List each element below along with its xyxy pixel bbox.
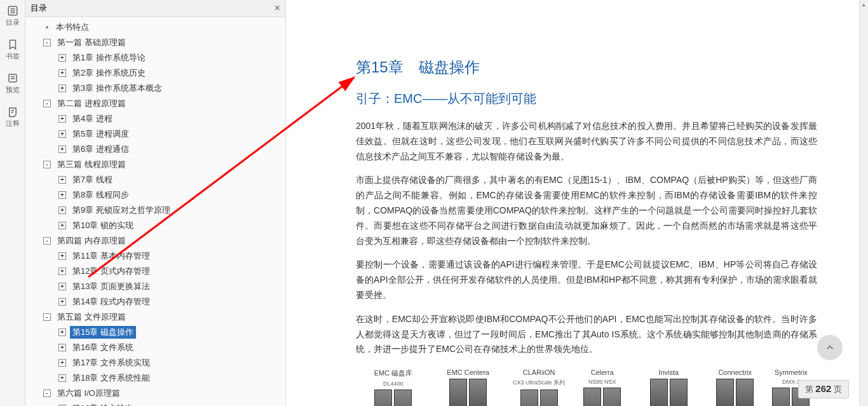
tree-node[interactable]: +第19章 输入输出 [33, 401, 285, 406]
tree-label[interactable]: 第10章 锁的实现 [70, 219, 136, 232]
tree-label[interactable]: 第11章 基本内存管理 [70, 250, 153, 262]
close-icon[interactable]: × [275, 3, 280, 14]
tree-node[interactable]: +第4章 进程 [33, 111, 285, 126]
tree-node[interactable]: +第18章 文件系统性能 [33, 370, 285, 386]
scroll-up-icon[interactable]: ▴ [861, 1, 867, 8]
tree-node[interactable]: +第7章 线程 [33, 172, 285, 187]
bookmark-tool[interactable]: 书签 [6, 39, 20, 61]
tree-node[interactable]: +第15章 磁盘操作 [33, 325, 285, 340]
tree-label[interactable]: 第3章 操作系统基本概念 [70, 82, 165, 95]
tree-label[interactable]: 第六篇 I/O原理篇 [55, 387, 123, 400]
expand-icon[interactable]: + [58, 267, 66, 275]
tree-label[interactable]: 第4章 进程 [70, 112, 115, 125]
collapse-icon[interactable]: - [43, 313, 51, 321]
paragraph: 要控制一个设备，需要通过该设备的API进行编程来管理。于是EMC公司就提议EMC… [356, 257, 817, 302]
expand-icon[interactable]: + [58, 176, 66, 184]
tree-node[interactable]: +第9章 死锁应对之哲学原理 [33, 203, 285, 218]
expand-icon[interactable]: + [58, 374, 66, 382]
content-area[interactable]: 第15章 磁盘操作 引子：EMC——从不可能到可能 2001年秋，随着互联网泡沫… [286, 0, 868, 406]
chapter-title: 第15章 磁盘操作 [356, 57, 817, 78]
tree-node[interactable]: -第二篇 进程原理篇 [33, 96, 285, 111]
tree-label[interactable]: 第14章 段式内存管理 [70, 295, 153, 308]
tree-node[interactable]: -第四篇 内存原理篇 [33, 233, 285, 248]
product-column: CelerraNS80 NSXNS40 AX150 [583, 369, 621, 406]
expand-icon[interactable]: + [58, 130, 66, 138]
tree-node[interactable]: -第三篇 线程原理篇 [33, 157, 285, 172]
tree-node[interactable]: +第16章 文件系统 [33, 340, 285, 355]
tree-label[interactable]: 第12章 页式内存管理 [70, 265, 153, 278]
tree-node[interactable]: +第2章 操作系统历史 [33, 65, 285, 81]
scrollbar[interactable]: ▴ [859, 0, 868, 406]
tree-node[interactable]: +第14章 段式内存管理 [33, 294, 285, 309]
server-illustration [520, 389, 558, 406]
product-column: EMC CenteraEMC Centera 4 节点 [442, 369, 494, 406]
toc-tree[interactable]: 本书特点-第一篇 基础原理篇+第1章 操作系统导论+第2章 操作系统历史+第3章… [25, 17, 285, 406]
figure-products: EMC 磁盘库DL4400DL210 DL4100 DL4200EMC Cent… [356, 369, 817, 406]
tree-node[interactable]: +第17章 文件系统实现 [33, 355, 285, 370]
annotate-tool-label: 注释 [6, 119, 20, 128]
tree-node[interactable]: +第3章 操作系统基本概念 [33, 81, 285, 96]
product-sub: DMX-3 [782, 379, 800, 385]
expand-icon[interactable]: + [58, 69, 66, 77]
tree-label[interactable]: 第2章 操作系统历史 [70, 67, 148, 79]
tree-node[interactable]: +第5章 进程调度 [33, 126, 285, 142]
expand-icon[interactable]: + [58, 115, 66, 123]
tree-node[interactable]: 本书特点 [33, 20, 285, 35]
tree-label[interactable]: 第17章 文件系统实现 [70, 356, 153, 369]
tree-label[interactable]: 第9章 死锁应对之哲学原理 [70, 204, 173, 217]
expand-icon[interactable]: + [58, 298, 66, 306]
expand-icon[interactable]: + [58, 206, 66, 214]
collapse-icon[interactable]: - [43, 39, 51, 46]
product-column: CLARiiONCX3 UltraScale 系列光纤通道和 iSCSI [513, 369, 565, 406]
tree-node[interactable]: +第11章 基本内存管理 [33, 248, 285, 264]
tree-node[interactable]: +第6章 进程通信 [33, 142, 285, 157]
tree-label[interactable]: 本书特点 [53, 21, 92, 34]
tree-label[interactable]: 第18章 文件系统性能 [70, 372, 153, 384]
tree-label[interactable]: 第13章 页面更换算法 [70, 280, 153, 293]
tree-label[interactable]: 第16章 文件系统 [70, 341, 136, 354]
tree-node[interactable]: -第一篇 基础原理篇 [33, 35, 285, 50]
expand-icon[interactable]: + [58, 191, 66, 199]
tree-label[interactable]: 第四篇 内存原理篇 [55, 234, 128, 247]
product-name: CLARiiON [523, 369, 555, 376]
expand-icon[interactable]: + [58, 359, 66, 367]
bookmark-icon [7, 39, 18, 50]
tree-label[interactable]: 第1章 操作系统导论 [70, 51, 148, 64]
preview-tool[interactable]: 预览 [6, 72, 20, 95]
expand-icon[interactable]: + [58, 328, 66, 336]
tree-node[interactable]: -第五篇 文件原理篇 [33, 309, 285, 325]
expand-icon[interactable]: + [58, 252, 66, 260]
expand-icon[interactable]: + [58, 85, 66, 92]
go-top-button[interactable] [817, 335, 843, 360]
toc-tool[interactable]: 目录 [6, 5, 20, 27]
toc-panel: 目录 × 本书特点-第一篇 基础原理篇+第1章 操作系统导论+第2章 操作系统历… [25, 0, 286, 406]
tree-node[interactable]: +第13章 页面更换算法 [33, 279, 285, 294]
tree-node[interactable]: +第12章 页式内存管理 [33, 264, 285, 279]
expand-icon[interactable]: + [58, 145, 66, 153]
tree-label[interactable]: 第8章 线程同步 [70, 189, 132, 201]
tree-label[interactable]: 第五篇 文件原理篇 [55, 311, 128, 323]
tree-label[interactable]: 第一篇 基础原理篇 [55, 36, 128, 49]
collapse-icon[interactable]: - [43, 100, 51, 107]
collapse-icon[interactable]: - [43, 237, 51, 245]
tree-node[interactable]: +第8章 线程同步 [33, 187, 285, 203]
tree-label[interactable]: 第5章 进程调度 [70, 128, 132, 140]
tree-label[interactable]: 第三篇 线程原理篇 [55, 158, 128, 171]
annotate-tool[interactable]: 注释 [6, 106, 20, 128]
collapse-icon[interactable]: - [43, 389, 51, 397]
tree-label[interactable]: 第6章 进程通信 [70, 143, 132, 156]
collapse-icon[interactable]: - [43, 161, 51, 168]
expand-icon[interactable]: + [58, 344, 66, 351]
product-name: EMC Centera [447, 369, 489, 376]
tree-label[interactable]: 第19章 输入输出 [70, 402, 136, 406]
tree-label[interactable]: 第15章 磁盘操作 [70, 326, 136, 339]
tree-label[interactable]: 第二篇 进程原理篇 [55, 97, 128, 110]
tree-node[interactable]: +第1章 操作系统导论 [33, 50, 285, 65]
page-suffix: 页 [834, 384, 842, 394]
tree-label[interactable]: 第7章 线程 [70, 173, 115, 186]
expand-icon[interactable]: + [58, 283, 66, 290]
expand-icon[interactable]: + [58, 222, 66, 229]
tree-node[interactable]: +第10章 锁的实现 [33, 218, 285, 233]
expand-icon[interactable]: + [58, 54, 66, 62]
tree-node[interactable]: -第六篇 I/O原理篇 [33, 386, 285, 401]
